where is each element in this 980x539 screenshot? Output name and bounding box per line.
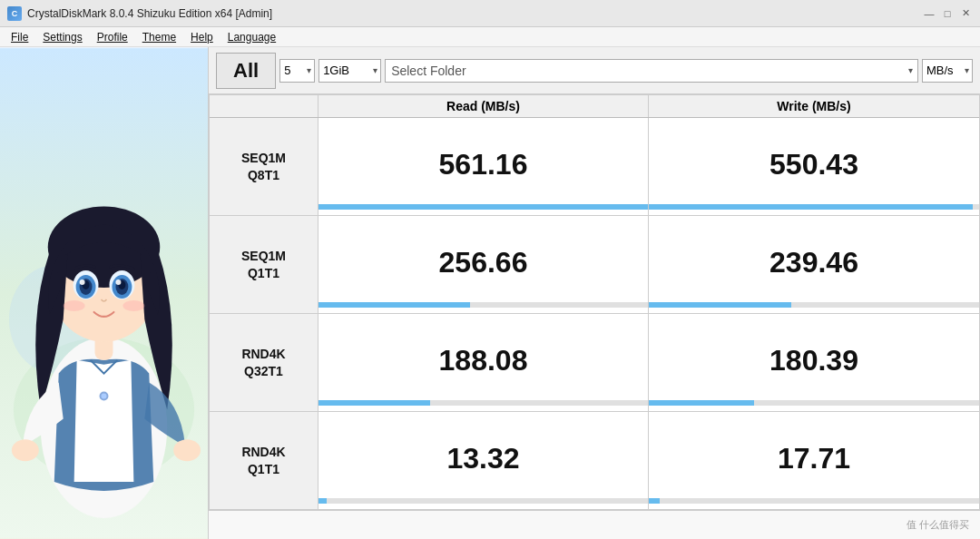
- size-select-wrapper: 512MiB 1GiB 2GiB 4GiB: [318, 59, 381, 83]
- write-number: 550.43: [769, 149, 858, 181]
- write-value-rnd4k-q32t1: 180.39: [649, 314, 979, 411]
- title-bar: C CrystalDiskMark 8.0.4 Shizuku Edition …: [0, 0, 980, 27]
- svg-point-17: [64, 300, 85, 311]
- read-value-rnd4k-q1t1: 13.32: [318, 412, 649, 509]
- count-select[interactable]: 1 3 5 10: [279, 59, 315, 83]
- header-write: Write (MB/s): [649, 95, 979, 117]
- table-row: RND4KQ1T1 13.32 17.71: [210, 412, 979, 509]
- table-row: RND4KQ32T1 188.08 180.39: [210, 314, 979, 412]
- read-progress-container: [318, 204, 648, 210]
- bottom-row: 值 什么值得买: [209, 510, 980, 539]
- table-row: SEQ1MQ1T1 256.66 239.46: [210, 216, 979, 314]
- app-icon: C: [7, 6, 22, 21]
- read-number: 561.16: [439, 149, 528, 181]
- folder-select-wrapper: Select Folder: [385, 59, 918, 83]
- menu-settings[interactable]: Settings: [35, 29, 89, 45]
- header-read: Read (MB/s): [318, 95, 649, 117]
- read-number: 188.08: [439, 345, 528, 377]
- title-bar-title: CrystalDiskMark 8.0.4 Shizuku Edition x6…: [27, 7, 272, 20]
- write-progress-bar: [649, 400, 754, 406]
- table-header: Read (MB/s) Write (MB/s): [210, 95, 979, 118]
- table-row: SEQ1MQ8T1 561.16 550.43: [210, 118, 979, 216]
- write-progress-bar: [649, 498, 660, 504]
- controls-row: All 1 3 5 10 512MiB 1GiB 2GiB 4GiB: [209, 47, 980, 94]
- svg-point-22: [102, 394, 107, 399]
- title-bar-controls: — □ ✕: [922, 6, 973, 21]
- write-value-rnd4k-q1t1: 17.71: [649, 412, 979, 509]
- count-select-wrapper: 1 3 5 10: [279, 59, 315, 83]
- read-number: 13.32: [446, 443, 519, 475]
- write-number: 180.39: [769, 345, 858, 377]
- read-progress-container: [318, 302, 648, 308]
- write-progress-bar: [649, 302, 791, 308]
- svg-point-19: [12, 439, 39, 461]
- svg-point-16: [115, 279, 121, 285]
- write-progress-bar: [649, 204, 973, 210]
- read-value-rnd4k-q32t1: 188.08: [318, 314, 649, 411]
- menu-bar: File Settings Profile Theme Help Languag…: [0, 27, 980, 47]
- read-progress-bar: [318, 302, 470, 308]
- write-progress-container: [649, 400, 979, 406]
- row-label-seq1m-q1t1: SEQ1MQ1T1: [210, 216, 318, 313]
- menu-profile[interactable]: Profile: [90, 29, 135, 45]
- header-label-cell: [210, 95, 318, 117]
- row-label-rnd4k-q1t1: RND4KQ1T1: [210, 412, 318, 509]
- unit-select[interactable]: MB/s GB/s IOPS μs: [922, 59, 973, 83]
- anime-character: [0, 47, 208, 539]
- menu-help[interactable]: Help: [183, 29, 220, 45]
- svg-point-11: [80, 279, 85, 285]
- watermark: 值 什么值得买: [906, 518, 969, 532]
- write-value-seq1m-q1t1: 239.46: [649, 216, 979, 313]
- size-select[interactable]: 512MiB 1GiB 2GiB 4GiB: [318, 59, 381, 83]
- maximize-button[interactable]: □: [940, 6, 955, 21]
- main-content: All 1 3 5 10 512MiB 1GiB 2GiB 4GiB: [0, 47, 980, 539]
- write-progress-container: [649, 498, 979, 504]
- write-number: 17.71: [778, 443, 850, 475]
- read-progress-bar: [318, 400, 430, 406]
- all-button[interactable]: All: [216, 53, 276, 89]
- read-progress-bar: [318, 498, 327, 504]
- row-label-rnd4k-q32t1: RND4KQ32T1: [210, 314, 318, 411]
- write-value-seq1m-q8t1: 550.43: [649, 118, 979, 215]
- menu-theme[interactable]: Theme: [135, 29, 183, 45]
- menu-file[interactable]: File: [4, 29, 35, 45]
- write-progress-container: [649, 302, 979, 308]
- unit-select-wrapper: MB/s GB/s IOPS μs: [922, 59, 973, 83]
- data-table: Read (MB/s) Write (MB/s) SEQ1MQ8T1 561.1…: [209, 94, 980, 510]
- read-value-seq1m-q8t1: 561.16: [318, 118, 649, 215]
- folder-select[interactable]: Select Folder: [385, 59, 918, 83]
- write-progress-container: [649, 204, 979, 210]
- right-panel: All 1 3 5 10 512MiB 1GiB 2GiB 4GiB: [209, 47, 980, 539]
- title-bar-left: C CrystalDiskMark 8.0.4 Shizuku Edition …: [7, 6, 272, 21]
- svg-point-20: [173, 439, 201, 461]
- read-progress-container: [318, 400, 648, 406]
- read-progress-container: [318, 498, 648, 504]
- write-number: 239.46: [769, 247, 858, 279]
- read-value-seq1m-q1t1: 256.66: [318, 216, 649, 313]
- read-number: 256.66: [439, 247, 528, 279]
- left-panel: [0, 47, 209, 539]
- minimize-button[interactable]: —: [922, 6, 936, 21]
- menu-language[interactable]: Language: [220, 29, 283, 45]
- row-label-seq1m-q8t1: SEQ1MQ8T1: [210, 118, 318, 215]
- svg-point-18: [122, 300, 144, 311]
- close-button[interactable]: ✕: [958, 6, 973, 21]
- read-progress-bar: [318, 204, 648, 210]
